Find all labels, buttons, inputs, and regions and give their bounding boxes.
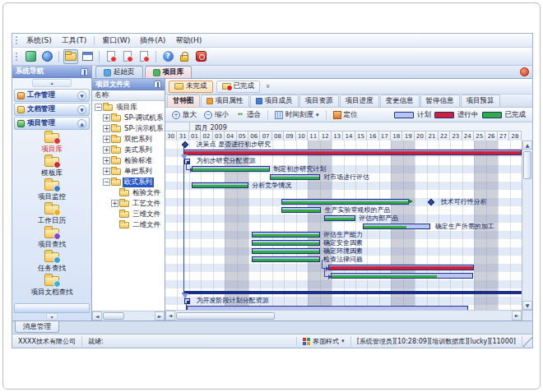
zoom-in-button[interactable]: +放大 <box>169 109 200 121</box>
tree-item-检验标准[interactable]: +检验标准 <box>92 155 165 166</box>
tree-horizontal-scrollbar[interactable]: ◄ ► <box>92 311 165 321</box>
locate-button[interactable]: 定位 <box>330 109 361 121</box>
sidebar-item-工作日历[interactable]: 工作日历 <box>12 205 91 228</box>
tab-项目库[interactable]: 项目库 <box>145 66 193 78</box>
sidebar-scroll-down[interactable]: ▾ <box>46 313 58 321</box>
tree-item-欧式系列[interactable]: −欧式系列 <box>92 177 165 187</box>
collapse-icon[interactable]: − <box>95 104 102 111</box>
exit-icon[interactable] <box>193 49 208 64</box>
expand-icon[interactable]: + <box>103 125 110 132</box>
expand-icon[interactable]: + <box>103 146 110 154</box>
tree-item-工艺文件[interactable]: +工艺文件 <box>92 198 165 209</box>
expand-icon[interactable]: + <box>111 200 118 207</box>
filter-已完成[interactable]: 已完成 <box>216 81 261 93</box>
tree-item-美式系列[interactable]: +美式系列 <box>92 145 165 155</box>
scroll-thumb[interactable] <box>523 151 531 179</box>
gantt-tab-项目成员[interactable]: 项目成员 <box>250 95 299 107</box>
gantt-tab-暂停信息[interactable]: 暂停信息 <box>420 95 460 107</box>
summary-bar[interactable] <box>184 291 522 294</box>
task-bar[interactable] <box>252 256 319 262</box>
report-3-icon[interactable] <box>137 49 151 64</box>
gantt-horizontal-scrollbar[interactable]: ◄ ► <box>165 310 522 321</box>
lock-icon[interactable] <box>177 49 192 64</box>
report-1-icon[interactable] <box>104 49 118 64</box>
timescale-button[interactable]: 时间刻度▾ <box>272 109 323 121</box>
task-bar[interactable] <box>281 199 408 205</box>
menu-item-插件[interactable]: 插件(A) <box>135 35 170 47</box>
expand-icon[interactable]: + <box>103 157 110 164</box>
expand-icon[interactable]: + <box>103 168 110 175</box>
sidebar-item-模板库[interactable]: 模板库 <box>12 157 91 181</box>
tab-起始页[interactable]: 起始页 <box>95 66 143 78</box>
menu-item-工具[interactable]: 工具(T) <box>57 35 92 47</box>
globe-icon[interactable] <box>39 49 54 64</box>
scroll-right-icon[interactable]: ► <box>155 311 165 321</box>
sidebar-group-项目管理[interactable]: 项目管理▲ <box>14 117 90 130</box>
folders-icon[interactable] <box>63 49 78 64</box>
tree-item-三维文件[interactable]: 三维文件 <box>92 209 165 219</box>
chevron-down-icon[interactable]: ▼ <box>77 105 86 114</box>
task-marker[interactable] <box>184 159 190 164</box>
gantt-tab-项目资源[interactable]: 项目资源 <box>299 95 339 107</box>
scroll-thumb[interactable] <box>176 312 275 320</box>
scroll-down-icon[interactable]: ▼ <box>522 301 532 310</box>
tree-item-双把系列[interactable]: +双把系列 <box>92 134 165 145</box>
zoom-out-button[interactable]: −缩小 <box>201 109 232 121</box>
sidebar-group-文档管理[interactable]: 文档管理▼ <box>14 103 90 116</box>
scroll-up-icon[interactable]: ▲ <box>522 141 532 150</box>
report-2-icon[interactable] <box>120 49 135 64</box>
task-bar[interactable] <box>270 174 320 180</box>
task-bar[interactable] <box>281 207 321 213</box>
scroll-left-icon[interactable]: ◄ <box>92 311 102 321</box>
scroll-right-icon[interactable]: ► <box>512 311 522 321</box>
task-bar[interactable] <box>187 306 468 310</box>
gantt-tab-变更信息[interactable]: 变更信息 <box>380 95 420 107</box>
sidebar-item-项目监控[interactable]: 项目监控 <box>12 181 91 205</box>
resize-grip[interactable] <box>522 336 532 347</box>
collapse-icon[interactable]: − <box>103 178 110 186</box>
task-bar[interactable] <box>331 273 473 279</box>
expand-icon[interactable]: + <box>103 114 110 122</box>
sidebar-item-项目库[interactable]: 项目库 <box>12 133 91 157</box>
sidebar-scroll-up[interactable]: ▴ <box>32 79 72 87</box>
gantt-chart-area[interactable]: 决策点 是否进行初步研究为初步研究分配资源制定初步研究计划对市场进行评估分析竞争… <box>165 141 522 310</box>
fit-button[interactable]: ↔适合 <box>233 109 264 121</box>
milestone-diamond[interactable] <box>182 141 188 148</box>
chevron-up-icon[interactable]: ▲ <box>77 119 86 128</box>
chevron-more-icon[interactable]: » <box>264 81 272 91</box>
tabstrip-close-icon[interactable] <box>520 67 529 76</box>
tree-column-header[interactable]: 名称 <box>92 90 165 101</box>
tree-item-项目库[interactable]: −项目库 <box>92 102 165 113</box>
pin-icon[interactable] <box>154 81 161 88</box>
task-bar[interactable] <box>324 215 355 221</box>
task-marker[interactable] <box>184 298 190 304</box>
scroll-left-icon[interactable]: ◄ <box>165 311 175 321</box>
tree-item-检验文件[interactable]: 检验文件 <box>92 187 165 198</box>
sync-icon[interactable] <box>23 49 38 64</box>
gantt-tab-甘特图[interactable]: 甘特图 <box>167 95 200 107</box>
task-bar[interactable] <box>192 166 270 172</box>
task-bar[interactable] <box>252 248 319 254</box>
sidebar-group-工作管理[interactable]: 工作管理▼ <box>14 89 90 102</box>
sidebar-item-项目文档查找[interactable]: 项目文档查找 <box>12 276 91 300</box>
task-bar[interactable] <box>192 182 248 188</box>
tree-item-单把系列[interactable]: +单把系列 <box>92 166 165 177</box>
ui-style-selector[interactable]: 界面样式 ▾ <box>297 336 351 347</box>
tree-item-二维文件[interactable]: 二维文件 <box>92 219 165 230</box>
task-bar[interactable] <box>363 224 430 229</box>
task-bar[interactable] <box>252 232 319 238</box>
menu-item-帮助[interactable]: 帮助(H) <box>170 35 207 47</box>
gantt-tab-项目进度[interactable]: 项目进度 <box>340 95 379 107</box>
window-layout-icon[interactable] <box>80 49 95 64</box>
expand-icon[interactable]: + <box>103 136 110 143</box>
sidebar-item-项目查找[interactable]: 项目查找 <box>12 228 91 252</box>
task-bar[interactable] <box>183 150 522 155</box>
tab-message-management[interactable]: 消息管理 <box>15 321 59 333</box>
scroll-thumb[interactable] <box>103 312 124 320</box>
tree-item-SP-调试机系[interactable]: +SP-调试机系 <box>92 113 165 123</box>
gantt-vertical-scrollbar[interactable]: ▲ ▼ <box>522 141 532 310</box>
tree-item-SP-演示机系[interactable]: +SP-演示机系 <box>92 123 165 134</box>
task-bar[interactable] <box>328 265 475 270</box>
task-bar[interactable] <box>252 240 319 246</box>
filter-未完成[interactable]: 未完成 <box>169 81 213 93</box>
